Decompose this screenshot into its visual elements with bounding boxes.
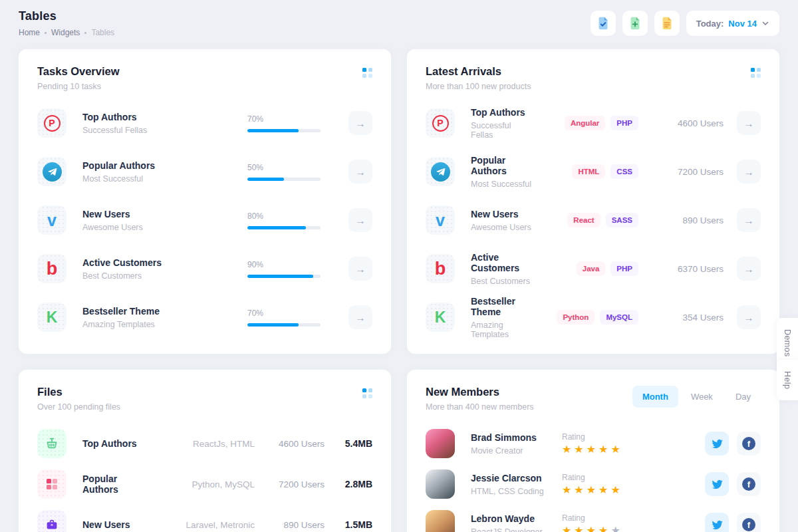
files-card-header: Files Over 100 pending files <box>37 386 372 412</box>
topbar: Tables Home Widgets Tables <box>0 0 798 37</box>
arrival-title: Bestseller Theme <box>471 296 535 317</box>
tasks-rows: P Top AuthorsSuccessful Fellas 70% → Pop… <box>37 108 372 332</box>
twitter-button[interactable] <box>705 513 729 532</box>
file-title: Top Authors <box>82 438 155 449</box>
progress-percent: 90% <box>247 260 321 269</box>
help-side-tab[interactable]: Help <box>777 360 798 400</box>
period-tabs: Month Week Day <box>632 386 761 408</box>
breadcrumb-separator <box>84 32 86 34</box>
tasks-card-subtitle: Pending 10 tasks <box>37 82 120 91</box>
tag-badge: PHP <box>610 261 638 276</box>
breadcrumb-separator <box>45 32 47 34</box>
file-size: 5.4MB <box>325 438 372 449</box>
member-role: HTML, CSS Coding <box>471 487 562 496</box>
tag-badge: Python <box>557 310 595 325</box>
basket-icon <box>37 429 66 458</box>
breadcrumb-home[interactable]: Home <box>19 28 40 37</box>
member-name: Lebron Wayde <box>471 513 562 524</box>
member-role: ReactJS Developer <box>471 527 562 532</box>
task-row: Popular AuthorsMost Successful 50% → <box>37 157 372 186</box>
file-tech: Laravel, Metronic <box>155 520 255 530</box>
member-name: Brad Simmons <box>471 432 562 443</box>
file-check-button[interactable] <box>591 11 616 36</box>
users-count: 890 Users <box>657 215 724 225</box>
arrivals-card-title: Latest Arrivals <box>426 65 531 78</box>
dashboard-grid: Tasks Overview Pending 10 tasks P Top Au… <box>0 37 798 532</box>
member-row: Lebron WaydeReactJS Developer Rating ★★★… <box>426 510 761 532</box>
row-arrow-button[interactable]: → <box>737 305 761 329</box>
rating-label: Rating <box>562 513 705 523</box>
arrival-title: Active Customers <box>471 252 535 273</box>
row-arrow-button[interactable]: → <box>348 111 372 135</box>
member-rating: Rating ★★★★★ <box>562 432 705 455</box>
task-progress: 70% <box>247 309 321 327</box>
task-title: Top Authors <box>82 112 247 122</box>
task-subtitle: Best Customers <box>82 271 247 281</box>
tasks-overview-card: Tasks Overview Pending 10 tasks P Top Au… <box>19 49 391 354</box>
arrivals-card-subtitle: More than 100 new products <box>426 82 531 91</box>
tab-day[interactable]: Day <box>726 386 761 408</box>
facebook-button[interactable]: f <box>737 513 761 532</box>
facebook-icon: f <box>742 518 755 531</box>
progress-percent: 80% <box>247 211 321 221</box>
kickstarter-icon: K <box>37 303 66 332</box>
row-arrow-button[interactable]: → <box>737 257 761 281</box>
file-title: New Users <box>82 519 155 530</box>
row-arrow-button[interactable]: → <box>348 305 372 329</box>
row-arrow-button[interactable]: → <box>737 111 761 135</box>
member-social: f <box>705 432 761 456</box>
tab-month[interactable]: Month <box>632 386 678 408</box>
member-row: Jessie ClarcsonHTML, CSS Coding Rating ★… <box>426 469 761 499</box>
row-arrow-button[interactable]: → <box>737 208 761 232</box>
vimeo-icon: v <box>37 205 66 235</box>
task-subtitle: Amazing Templates <box>82 320 247 329</box>
facebook-icon: f <box>742 477 755 491</box>
row-arrow-button[interactable]: → <box>737 160 761 184</box>
file-plus-button[interactable] <box>622 11 648 36</box>
avatar <box>426 469 455 499</box>
arrival-row: P Top AuthorsSuccessful Fellas AngularPH… <box>426 108 761 138</box>
users-count: 7200 Users <box>657 167 724 177</box>
facebook-button[interactable]: f <box>737 432 761 456</box>
twitter-button[interactable] <box>705 472 729 496</box>
row-arrow-button[interactable]: → <box>348 257 372 281</box>
row-arrow-button[interactable]: → <box>348 208 372 232</box>
member-rating: Rating ★★★★★ <box>562 473 705 495</box>
file-lines-icon <box>660 16 674 31</box>
page-title: Tables <box>19 9 114 23</box>
arrival-subtitle: Best Customers <box>471 277 535 286</box>
twitter-button[interactable] <box>705 432 729 456</box>
card-menu-icon[interactable] <box>362 388 372 398</box>
progress-percent: 70% <box>247 114 321 124</box>
members-card-title: New Members <box>426 386 534 398</box>
chevron-down-icon <box>761 19 769 27</box>
telegram-icon <box>37 157 66 186</box>
files-card-title: Files <box>37 386 120 398</box>
file-users: 4600 Users <box>255 439 325 449</box>
twitter-icon <box>712 519 723 531</box>
row-arrow-button[interactable]: → <box>348 160 372 184</box>
tab-week[interactable]: Week <box>681 386 723 408</box>
file-check-icon <box>596 16 610 31</box>
card-menu-icon[interactable] <box>751 68 761 78</box>
beats-icon: b <box>426 254 455 283</box>
top-actions: Today: Nov 14 <box>591 11 779 36</box>
breadcrumb-widgets[interactable]: Widgets <box>51 28 80 37</box>
grid-icon <box>37 469 66 499</box>
product-hunt-icon: P <box>37 108 66 138</box>
tag-badge: MySQL <box>600 310 638 325</box>
arrival-subtitle: Amazing Templates <box>471 321 535 339</box>
facebook-button[interactable]: f <box>737 472 761 496</box>
task-title: Popular Authors <box>82 160 247 171</box>
members-card-header: New Members More than 400 new members Mo… <box>426 386 761 412</box>
file-users: 890 Users <box>255 520 325 530</box>
latest-arrivals-card: Latest Arrivals More than 100 new produc… <box>407 49 779 354</box>
date-value: Nov 14 <box>728 19 757 29</box>
member-rating: Rating ★★★★★ <box>562 513 705 532</box>
arrival-subtitle: Awesome Users <box>471 223 535 232</box>
rating-label: Rating <box>562 473 705 482</box>
file-lines-button[interactable] <box>654 11 680 36</box>
card-menu-icon[interactable] <box>362 68 372 78</box>
date-selector[interactable]: Today: Nov 14 <box>686 11 779 36</box>
breadcrumb-current: Tables <box>91 28 114 37</box>
